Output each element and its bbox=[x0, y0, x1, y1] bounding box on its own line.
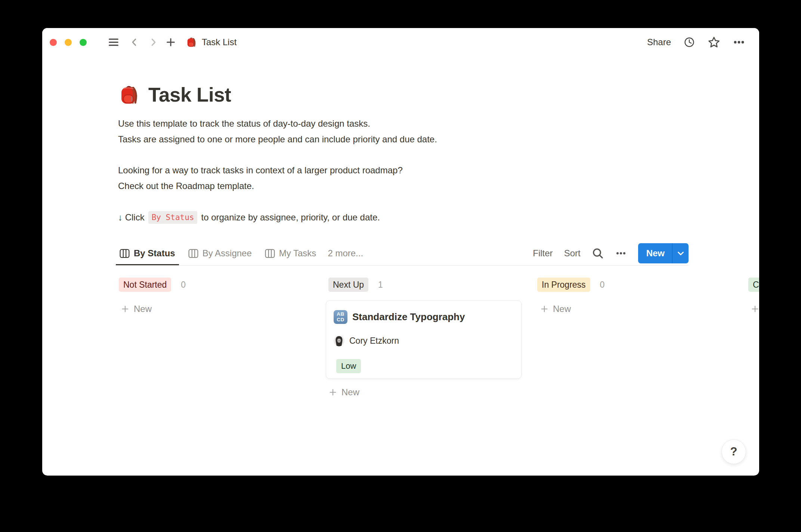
intro-line-2: Tasks are assigned to one or more people… bbox=[118, 132, 437, 147]
chevron-down-icon[interactable] bbox=[672, 243, 689, 263]
minimize-window-button[interactable] bbox=[65, 39, 72, 46]
window-topbar: Task List Share bbox=[42, 28, 759, 56]
page-backpack-icon[interactable] bbox=[118, 84, 140, 106]
more-options-icon[interactable] bbox=[733, 36, 745, 48]
column-count: 0 bbox=[600, 280, 605, 290]
intro-line-1: Use this template to track the status of… bbox=[118, 116, 437, 132]
view-tabs: By Status By Assignee My Tasks 2 more... bbox=[116, 241, 365, 265]
plus-icon bbox=[751, 305, 759, 313]
forward-button[interactable] bbox=[148, 37, 158, 47]
hint-prefix: ↓ Click bbox=[118, 212, 145, 223]
history-clock-icon[interactable] bbox=[684, 37, 695, 48]
new-item-button[interactable] bbox=[751, 301, 759, 317]
zoom-window-button[interactable] bbox=[80, 39, 87, 46]
new-item-label: New bbox=[134, 304, 152, 314]
app-window: Task List Share bbox=[42, 28, 759, 476]
breadcrumb-page-title[interactable]: Task List bbox=[202, 37, 236, 47]
assignee-name: Cory Etzkorn bbox=[349, 336, 399, 346]
board-column-next-up: Next Up 1 AB CD Standardize Typography bbox=[326, 275, 522, 400]
tab-label: By Status bbox=[134, 248, 175, 259]
new-item-label: New bbox=[341, 387, 359, 398]
roadmap-line-1: Looking for a way to track tasks in cont… bbox=[118, 163, 403, 178]
plus-icon bbox=[121, 305, 129, 313]
board-view-icon bbox=[188, 248, 198, 259]
column-count: 0 bbox=[181, 280, 186, 290]
plus-icon bbox=[329, 388, 337, 396]
hint-suffix: to organize by assignee, priority, or du… bbox=[201, 212, 380, 223]
column-header[interactable]: C bbox=[747, 278, 759, 292]
desktop-background: { "topbar": { "title": "Task List", "sha… bbox=[0, 0, 801, 532]
roadmap-paragraph: Looking for a way to track tasks in cont… bbox=[118, 163, 403, 194]
task-card[interactable]: AB CD Standardize Typography bbox=[326, 300, 522, 379]
intro-paragraph: Use this template to track the status of… bbox=[118, 116, 437, 147]
board-column-in-progress: In Progress 0 New bbox=[537, 275, 733, 317]
board-column-not-started: Not Started 0 New bbox=[119, 275, 315, 317]
tab-label: My Tasks bbox=[279, 248, 316, 259]
tab-my-tasks[interactable]: My Tasks bbox=[261, 241, 320, 265]
tab-by-assignee[interactable]: By Assignee bbox=[185, 241, 256, 265]
abcd-input-letters-icon: AB CD bbox=[334, 310, 347, 324]
status-tag[interactable]: Next Up bbox=[328, 278, 368, 292]
search-icon[interactable] bbox=[592, 247, 604, 259]
new-item-button[interactable]: New bbox=[540, 301, 733, 317]
page-title[interactable]: Task List bbox=[148, 83, 231, 106]
board-view-icon bbox=[265, 248, 275, 259]
hint-code-pill: By Status bbox=[148, 211, 198, 224]
plus-icon bbox=[540, 305, 548, 313]
new-item-button[interactable]: New bbox=[121, 301, 315, 317]
help-button[interactable]: ? bbox=[721, 439, 746, 464]
new-tab-button[interactable] bbox=[166, 37, 176, 47]
new-button[interactable]: New bbox=[638, 243, 689, 263]
favorite-star-icon[interactable] bbox=[708, 36, 720, 49]
column-header[interactable]: Next Up 1 bbox=[326, 278, 522, 292]
view-options-ellipsis-icon[interactable] bbox=[615, 247, 627, 259]
roadmap-line-2: Check out the Roadmap template. bbox=[118, 178, 403, 194]
column-header[interactable]: In Progress 0 bbox=[537, 278, 733, 292]
new-item-label: New bbox=[553, 304, 571, 314]
column-header[interactable]: Not Started 0 bbox=[119, 278, 315, 292]
tab-label: By Assignee bbox=[202, 248, 252, 259]
task-title: Standardize Typography bbox=[352, 311, 465, 323]
priority-tag: Low bbox=[336, 359, 361, 373]
status-tag[interactable]: C bbox=[748, 278, 759, 292]
board-view-icon bbox=[120, 248, 130, 259]
close-window-button[interactable] bbox=[50, 39, 57, 46]
backpack-icon bbox=[186, 37, 197, 48]
column-count: 1 bbox=[378, 280, 383, 290]
hint-line: ↓ Click By Status to organize by assigne… bbox=[118, 210, 380, 225]
status-tag[interactable]: In Progress bbox=[537, 278, 590, 292]
view-toolbar: Filter Sort New bbox=[533, 241, 689, 265]
back-button[interactable] bbox=[130, 37, 139, 47]
sidebar-menu-icon[interactable] bbox=[108, 37, 119, 48]
abcd-icon-line2: CD bbox=[337, 317, 344, 322]
board-column-truncated: C bbox=[747, 275, 759, 317]
new-button-label[interactable]: New bbox=[638, 243, 672, 263]
views-bar: By Status By Assignee My Tasks 2 more...… bbox=[116, 241, 689, 266]
more-views-button[interactable]: 2 more... bbox=[325, 241, 365, 265]
sort-button[interactable]: Sort bbox=[564, 248, 581, 259]
new-item-button[interactable]: New bbox=[329, 384, 522, 400]
status-tag[interactable]: Not Started bbox=[119, 278, 171, 292]
page-header: Task List bbox=[118, 83, 231, 106]
tab-by-status[interactable]: By Status bbox=[116, 241, 179, 265]
abcd-icon-line1: AB bbox=[337, 311, 344, 317]
filter-button[interactable]: Filter bbox=[533, 248, 553, 259]
assignee-avatar bbox=[334, 335, 344, 346]
share-button[interactable]: Share bbox=[647, 37, 671, 47]
